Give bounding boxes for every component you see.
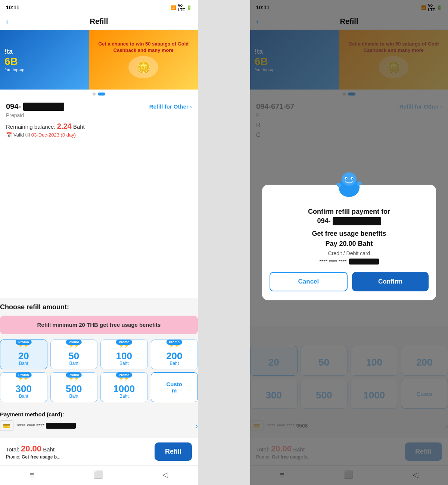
battery-icon: 🔋 — [187, 5, 192, 10]
modal-overlay: Confirm refill payment for 094- Get free… — [250, 0, 448, 485]
amount-number-200: 200 — [166, 351, 182, 361]
banner-sub-text: fore top-up — [4, 68, 85, 72]
balance-label: Remaining balance: — [6, 123, 56, 130]
back-button-left[interactable]: ‹ — [6, 17, 9, 26]
payment-label-left: Payment method (card): — [0, 411, 198, 417]
amount-50[interactable]: Promo ⚡⚡ 50 Baht — [50, 340, 98, 369]
header-left: ‹ Refill — [0, 13, 198, 30]
amount-number-20: 20 — [18, 351, 29, 361]
account-type-left: Prepaid — [6, 112, 192, 118]
valid-row: 📅 Valid till 03-Dec-2023 (0 day) — [6, 132, 192, 138]
promo-tag-300: Promo — [16, 372, 32, 378]
content-left: 094- Refill for Other › Prepaid Remainin… — [0, 97, 198, 298]
dot-1 — [93, 93, 96, 96]
banner-gb-text: 6B — [4, 56, 85, 68]
payment-section-left: Payment method (card): 💳 **** **** **** … — [0, 406, 198, 432]
balance-unit: Baht — [73, 123, 85, 130]
left-phone-screen: 10:11 📶 VoLTE 🔋 ‹ Refill !ta 6B fore top… — [0, 0, 198, 485]
nav-home-icon-left[interactable]: ⬜ — [94, 470, 103, 479]
status-bar-left: 10:11 📶 VoLTE 🔋 — [0, 0, 198, 13]
modal-benefit: Get free usage benefits Pay 20.00 Baht — [312, 229, 386, 249]
card-icon-left: 💳 — [0, 420, 13, 431]
amount-number-500: 500 — [66, 384, 82, 394]
amount-500[interactable]: Promo ⚡⚡ 500 Baht — [50, 372, 98, 402]
modal-phone-prefix: 094- — [317, 217, 330, 225]
amount-custom[interactable]: Custo m — [151, 372, 198, 402]
cancel-button[interactable]: Cancel — [270, 272, 348, 291]
amount-100[interactable]: Promo ⚡⚡ 100 Baht — [100, 340, 148, 369]
refill-button-left[interactable]: Refill — [155, 442, 192, 461]
calendar-icon: 📅 — [6, 132, 12, 138]
refill-other-link-left[interactable]: Refill for Other › — [149, 103, 192, 110]
amount-unit-500: Baht — [69, 394, 78, 399]
total-unit-left: Baht — [43, 446, 55, 453]
valid-label: Valid till — [13, 132, 30, 138]
amount-20[interactable]: Promo ⚡⚡ 20 Baht — [0, 340, 47, 369]
right-phone-screen: 10:11 📶 VoLTE 🔋 ‹ Refill !ta 6B fore top… — [250, 0, 448, 485]
nav-menu-icon-left[interactable]: ≡ — [30, 470, 34, 479]
total-label-text-left: Total: 20.00 Baht — [6, 444, 60, 454]
modal-benefit-line2: Pay 20.00 Baht — [325, 240, 373, 247]
phone-row: 094- Refill for Other › — [6, 102, 192, 111]
modal-card-stars: **** **** **** — [319, 259, 346, 265]
svg-point-1 — [342, 172, 357, 186]
amount-300[interactable]: Promo ⚡⚡ 300 Baht — [0, 372, 47, 402]
promo-tag-50: Promo — [66, 340, 82, 345]
status-icons-left: 📶 VoLTE 🔋 — [171, 3, 192, 12]
payment-arrow-left[interactable]: › — [195, 422, 198, 430]
modal-phone-redact — [333, 217, 381, 225]
card-info-left: 💳 **** **** **** — [0, 420, 76, 431]
banner-left-section: !ta 6B fore top-up — [0, 30, 89, 90]
amount-number-50: 50 — [68, 351, 79, 361]
amount-unit-200: Baht — [169, 361, 179, 366]
confirm-modal: Confirm refill payment for 094- Get free… — [262, 185, 436, 300]
dot-2-active — [98, 93, 105, 96]
signal-icon: VoLTE — [178, 3, 185, 12]
banner-right-section: Get a chance to win 50 satangs of GoldCa… — [89, 30, 198, 90]
promo-banner-text: Refill minimum 20 THB get free usage ben… — [37, 322, 161, 328]
custom-label: Custo — [167, 381, 183, 387]
mascot-image — [336, 172, 362, 198]
custom-label2: m — [172, 387, 177, 394]
total-amount-left: 20.00 — [21, 444, 41, 453]
modal-buttons: Cancel Confirm — [270, 272, 429, 291]
valid-date: 03-Dec-2023 (0 day) — [31, 132, 76, 138]
balance-row: Remaining balance: 2.24 Baht — [6, 122, 192, 131]
nav-bar-left: ≡ ⬜ ◁ — [0, 465, 198, 485]
card-number-left: **** **** **** — [17, 423, 76, 429]
banner-left: !ta 6B fore top-up Get a chance to win 5… — [0, 30, 198, 90]
card-redact-left — [46, 423, 76, 429]
modal-title: Confirm refill payment for 094- — [308, 207, 390, 226]
amount-unit-50: Baht — [69, 361, 78, 366]
amount-200[interactable]: Promo ⚡⚡ 200 Baht — [151, 340, 198, 369]
confirm-button[interactable]: Confirm — [352, 272, 429, 291]
promo-tag-20: Promo — [16, 340, 32, 345]
promo-tag-200: Promo — [166, 340, 182, 345]
promo-banner-left: Refill minimum 20 THB get free usage ben… — [0, 316, 198, 335]
promo-desc-left: Promo: Get free usage b... — [6, 454, 60, 460]
total-row-left: Total: 20.00 Baht Promo: Get free usage … — [0, 438, 198, 465]
modal-card-number: **** **** **** — [319, 259, 379, 265]
amount-unit-1000: Baht — [119, 394, 129, 399]
modal-benefit-line1: Get free usage benefits — [312, 230, 386, 237]
banner-top-text: !ta — [4, 48, 85, 56]
promo-tag-1000: Promo — [116, 372, 132, 378]
banner-promo-image: 🪙 — [128, 56, 158, 78]
promo-strong-left: Get free usage b... — [22, 454, 60, 460]
amount-1000[interactable]: Promo ⚡⚡ 1000 Baht — [100, 372, 148, 402]
page-title-left: Refill — [90, 17, 108, 26]
amount-unit-300: Baht — [19, 394, 28, 399]
balance-amount: 2.24 — [57, 122, 72, 130]
banner-dots-left — [0, 90, 198, 97]
nav-back-icon-left[interactable]: ◁ — [162, 470, 168, 479]
total-info-left: Total: 20.00 Baht Promo: Get free usage … — [6, 444, 60, 460]
promo-tag-500: Promo — [66, 372, 82, 378]
total-label-left: Total: — [6, 446, 19, 453]
choose-refill-section: Choose refill amount: Refill minimum 20 … — [0, 298, 198, 438]
wifi-icon: 📶 — [171, 5, 176, 10]
amount-number-100: 100 — [116, 351, 132, 361]
banner-promo-title: Get a chance to win 50 satangs of GoldCa… — [98, 41, 189, 54]
modal-title-line1: Confirm refill payment for — [308, 208, 390, 215]
amount-number-300: 300 — [16, 384, 32, 394]
payment-row-left: 💳 **** **** **** › — [0, 420, 198, 431]
